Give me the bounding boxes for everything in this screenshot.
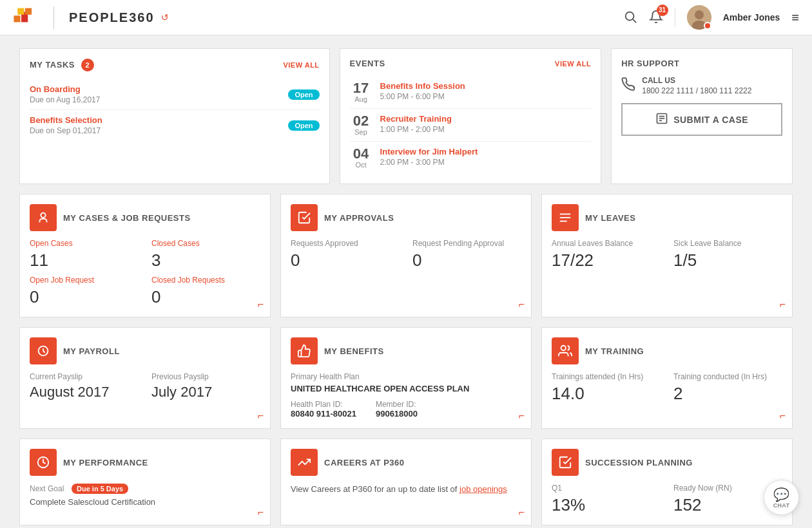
performance-icon: [30, 449, 57, 476]
closed-job-value: 0: [151, 287, 260, 307]
closed-cases-value: 3: [151, 250, 260, 270]
task-status-2: Open: [288, 120, 319, 131]
health-id-item: Health Plan ID: 80840 911-80021: [291, 400, 356, 419]
tasks-view-all[interactable]: VIEW ALL: [283, 61, 319, 69]
top-row: MY TASKS 2 VIEW ALL On Boarding Due on A…: [19, 48, 793, 184]
submit-case-button[interactable]: SUBMIT A CASE: [621, 103, 782, 136]
careers-header: CAREERS AT P360: [291, 449, 521, 476]
avatar[interactable]: [687, 5, 711, 30]
header: PEOPLE360 ↺ 31: [0, 0, 812, 35]
approved-label: Requests Approved: [291, 239, 400, 248]
leaves-corner-arrow[interactable]: ⌐: [780, 299, 786, 310]
chat-bubble[interactable]: 💬 CHAT: [764, 480, 799, 515]
svg-line-5: [633, 19, 636, 23]
approved-value: 0: [291, 250, 400, 270]
health-id-value: 80840 911-80021: [291, 409, 356, 419]
main-content: MY TASKS 2 VIEW ALL On Boarding Due on A…: [0, 35, 812, 528]
cases-card: MY CASES & JOB REQUESTS Open Cases 11 Op…: [19, 194, 271, 317]
leaves-title: MY LEAVES: [585, 213, 635, 223]
event-day-2: 02: [350, 114, 372, 128]
call-numbers: 1800 222 1111 / 1800 111 2222: [642, 86, 751, 95]
header-divider: [53, 6, 54, 29]
approvals-header: MY APPROVALS: [291, 204, 521, 231]
health-id-label: Health Plan ID:: [291, 400, 356, 409]
leaves-card: MY LEAVES Annual Leaves Balance 17/22 Si…: [541, 194, 793, 317]
avatar-status: [704, 22, 711, 30]
benefits-corner-arrow[interactable]: ⌐: [519, 410, 525, 422]
open-cases-value: 11: [30, 250, 139, 270]
event-title-3: Interview for Jim Halpert: [380, 147, 478, 156]
task-item-1: On Boarding Due on Aug 16,2017 Open: [30, 79, 320, 110]
event-details-1: Benefits Info Session 5:00 PM - 6:00 PM: [380, 81, 465, 101]
approvals-icon: [291, 204, 318, 231]
next-goal-text: Complete Salescloud Certification: [30, 497, 260, 507]
svg-point-13: [41, 213, 45, 218]
careers-desc-text: View Careers at P360 for an up to date l…: [291, 484, 459, 494]
svg-rect-2: [17, 8, 24, 14]
call-info: CALL US 1800 222 1111 / 1800 111 2222: [642, 76, 751, 95]
events-view-all[interactable]: VIEW ALL: [555, 60, 591, 68]
svg-point-7: [695, 10, 704, 19]
hr-title: HR SUPPORT: [621, 59, 679, 68]
previous-payslip-section: Previous Payslip July 2017: [151, 372, 260, 401]
q1-value: 13%: [552, 495, 661, 515]
closed-job-label: Closed Job Requests: [151, 276, 260, 285]
payroll-title: MY PAYROLL: [63, 346, 120, 356]
payroll-header: MY PAYROLL: [30, 337, 260, 364]
notification-bell[interactable]: 31: [649, 10, 663, 26]
open-cases-label: Open Cases: [30, 239, 139, 248]
performance-corner-arrow[interactable]: ⌐: [258, 507, 264, 518]
previous-payslip-label: Previous Payslip: [151, 372, 260, 381]
task-due-1: Due on Aug 16,2017: [30, 95, 100, 104]
cases-header: MY CASES & JOB REQUESTS: [30, 204, 260, 231]
hamburger-menu-icon[interactable]: ≡: [791, 10, 799, 25]
bottom-row: MY PERFORMANCE Next Goal Due in 5 Days C…: [19, 438, 793, 525]
training-corner-arrow[interactable]: ⌐: [780, 410, 786, 422]
tasks-badge: 2: [81, 59, 94, 71]
careers-link[interactable]: job openings: [459, 484, 507, 494]
event-title-2: Recruiter Training: [380, 114, 452, 124]
middle-row-1: MY CASES & JOB REQUESTS Open Cases 11 Op…: [19, 194, 793, 317]
hr-header: HR SUPPORT: [621, 59, 782, 68]
careers-description: View Careers at P360 for an up to date l…: [291, 484, 521, 495]
cases-corner-arrow[interactable]: ⌐: [258, 299, 264, 310]
benefits-primary-label: Primary Health Plan: [291, 372, 521, 381]
open-cases-section: Open Cases 11 Open Job Request 0: [30, 239, 139, 307]
tasks-card: MY TASKS 2 VIEW ALL On Boarding Due on A…: [19, 48, 330, 184]
leaves-header: MY LEAVES: [552, 204, 782, 231]
previous-payslip-value: July 2017: [151, 384, 260, 401]
careers-corner-arrow[interactable]: ⌐: [519, 507, 525, 518]
app-name: PEOPLE360: [69, 10, 155, 25]
task-info-1: On Boarding Due on Aug 16,2017: [30, 84, 100, 104]
chat-icon: 💬: [773, 487, 789, 502]
event-date-3: 04 Oct: [350, 147, 372, 169]
svg-rect-3: [25, 8, 32, 14]
q1-section: Q1 13%: [552, 484, 661, 515]
event-item-2: 02 Sep Recruiter Training 1:00 PM - 2:00…: [350, 109, 592, 142]
cases-title: MY CASES & JOB REQUESTS: [63, 213, 191, 223]
tasks-title-area: MY TASKS 2: [30, 59, 94, 71]
conducted-value: 2: [673, 384, 782, 404]
open-job-label: Open Job Request: [30, 276, 139, 285]
training-content: Trainings attended (In Hrs) 14.0 Trainin…: [552, 372, 782, 404]
approvals-corner-arrow[interactable]: ⌐: [519, 299, 525, 310]
benefits-title: MY BENEFITS: [324, 346, 384, 356]
phone-icon: [621, 77, 635, 95]
attended-label: Trainings attended (In Hrs): [552, 372, 661, 381]
cases-icon: [30, 204, 57, 231]
benefits-meta: Health Plan ID: 80840 911-80021 Member I…: [291, 400, 521, 419]
performance-content: Next Goal Due in 5 Days Complete Salescl…: [30, 484, 260, 507]
open-job-value: 0: [30, 287, 139, 307]
succession-header: SUCCESSION PLANNING: [552, 449, 782, 476]
attended-section: Trainings attended (In Hrs) 14.0: [552, 372, 661, 404]
user-name: Amber Jones: [723, 12, 780, 23]
event-time-2: 1:00 PM - 2:00 PM: [380, 125, 452, 134]
event-title-1: Benefits Info Session: [380, 81, 465, 91]
search-icon[interactable]: [623, 10, 637, 26]
succession-content: Q1 13% Ready Now (RN) 152: [552, 484, 782, 515]
training-header: MY TRAINING: [552, 337, 782, 364]
careers-title: CAREERS AT P360: [324, 458, 405, 467]
event-day-3: 04: [350, 147, 372, 161]
payroll-corner-arrow[interactable]: ⌐: [258, 410, 264, 422]
event-day-1: 17: [350, 81, 372, 95]
